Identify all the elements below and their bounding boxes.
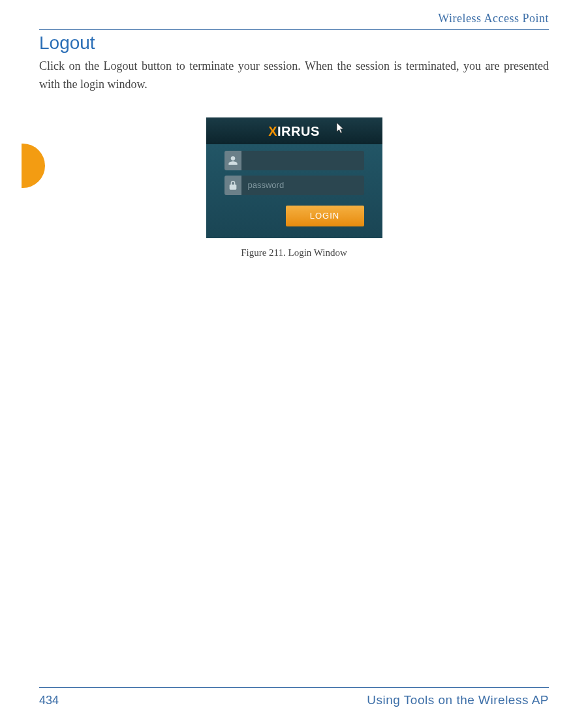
header-divider <box>39 29 549 30</box>
section-heading-logout: Logout <box>39 33 549 54</box>
lock-icon <box>224 176 241 195</box>
password-input[interactable] <box>241 176 364 195</box>
figure-caption: Figure 211. Login Window <box>39 247 549 258</box>
username-input[interactable] <box>241 151 364 170</box>
section-body-text: Click on the Logout button to terminate … <box>39 57 549 94</box>
page-number: 434 <box>39 694 59 707</box>
cursor-icon <box>335 121 346 138</box>
login-panel: XIRRUS LOGIN <box>206 117 382 238</box>
brand-logo: XIRRUS <box>268 124 320 138</box>
page-footer: 434 Using Tools on the Wireless AP <box>39 687 549 707</box>
login-button[interactable]: LOGIN <box>286 206 364 226</box>
user-icon <box>224 151 241 170</box>
username-row <box>224 151 364 170</box>
footer-divider <box>39 687 549 688</box>
brand-logo-x: X <box>268 124 277 138</box>
footer-chapter-title: Using Tools on the Wireless AP <box>367 693 549 707</box>
running-header: Wireless Access Point <box>39 12 549 25</box>
login-brand-header: XIRRUS <box>206 117 382 144</box>
figure-login-window: XIRRUS LOGIN Figure 211. Login Window <box>39 117 549 258</box>
brand-logo-rest: IRRUS <box>277 124 320 138</box>
password-row <box>224 176 364 195</box>
